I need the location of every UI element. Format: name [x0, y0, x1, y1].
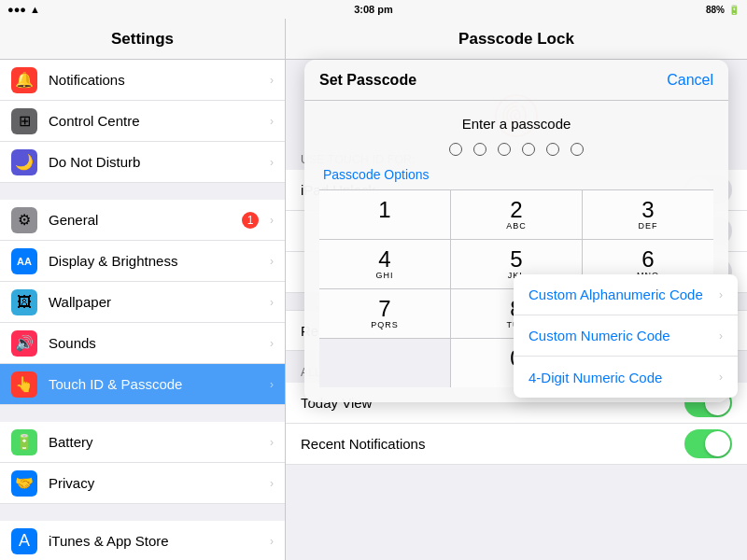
recent-notifications-row: Recent Notifications	[286, 424, 747, 465]
passcode-dot-2	[473, 143, 486, 156]
dropdown-alphanumeric-label: Custom Alphanumeric Code	[529, 287, 703, 302]
wifi-icon: ▲	[30, 4, 40, 15]
sidebar-title: Settings	[111, 30, 174, 49]
key-digit-6: 6	[641, 248, 654, 271]
status-bar: ●●● ▲ 3:08 pm 88% 🔋	[0, 0, 747, 19]
sidebar: Settings 🔔 Notifications › ⊞ Control Cen…	[0, 19, 286, 560]
wallpaper-label: Wallpaper	[49, 294, 259, 310]
sidebar-item-display[interactable]: AA Display & Brightness ›	[0, 241, 285, 282]
chevron-icon: ›	[270, 74, 274, 87]
sidebar-item-itunes[interactable]: A iTunes & App Store ›	[0, 521, 285, 560]
dialog-header: Set Passcode Cancel	[304, 60, 728, 101]
options-dropdown: Custom Alphanumeric Code › Custom Numeri…	[514, 274, 738, 398]
notifications-icon: 🔔	[11, 67, 37, 93]
numpad-key-2[interactable]: 2 ABC	[451, 190, 582, 239]
control-centre-label: Control Centre	[49, 113, 259, 129]
passcode-dot-5	[546, 143, 559, 156]
passcode-dot-6	[571, 143, 584, 156]
do-not-disturb-icon: 🌙	[11, 149, 37, 175]
sidebar-item-touch-id[interactable]: 👆 Touch ID & Passcode ›	[0, 364, 285, 405]
battery-label: Battery	[49, 434, 259, 450]
dropdown-4digit-label: 4-Digit Numeric Code	[529, 370, 662, 385]
key-digit-1: 1	[378, 199, 390, 221]
numpad-key-empty	[319, 339, 450, 387]
passcode-dot-1	[449, 143, 462, 156]
chevron-icon: ›	[270, 156, 274, 169]
wallpaper-icon: 🖼	[11, 289, 37, 315]
sounds-label: Sounds	[49, 335, 259, 351]
sidebar-item-privacy[interactable]: 🤝 Privacy ›	[0, 463, 285, 504]
dialog-cancel-button[interactable]: Cancel	[667, 72, 713, 89]
passcode-dots	[449, 143, 584, 156]
sidebar-item-control-centre[interactable]: ⊞ Control Centre ›	[0, 101, 285, 142]
chevron-icon: ›	[270, 337, 274, 350]
sidebar-item-sounds[interactable]: 🔊 Sounds ›	[0, 323, 285, 364]
itunes-label: iTunes & App Store	[49, 533, 259, 549]
notifications-label: Notifications	[49, 72, 259, 88]
recent-notifications-label: Recent Notifications	[301, 436, 684, 452]
sidebar-gap	[0, 405, 285, 422]
general-label: General	[49, 212, 231, 228]
right-header: Passcode Lock	[286, 19, 747, 60]
key-digit-5: 5	[510, 248, 522, 271]
chevron-icon: ›	[270, 115, 274, 128]
privacy-label: Privacy	[49, 475, 259, 491]
numpad-key-3[interactable]: 3 DEF	[583, 190, 713, 239]
battery-icon: 🔋	[728, 5, 740, 15]
recent-notifications-toggle[interactable]	[684, 429, 732, 458]
display-icon: AA	[11, 248, 37, 274]
chevron-icon: ›	[270, 255, 274, 268]
status-time: 3:08 pm	[354, 4, 393, 15]
general-icon: ⚙	[11, 207, 37, 233]
dropdown-chevron-1: ›	[719, 288, 723, 301]
sidebar-item-notifications[interactable]: 🔔 Notifications ›	[0, 60, 285, 101]
key-letters-2: ABC	[506, 221, 527, 231]
numpad-key-4[interactable]: 4 GHI	[319, 240, 450, 288]
dropdown-chevron-3: ›	[719, 371, 723, 384]
dropdown-item-numeric[interactable]: Custom Numeric Code ›	[514, 315, 738, 357]
key-letters-4: GHI	[375, 271, 393, 280]
sidebar-gap	[0, 504, 285, 521]
passcode-dot-4	[522, 143, 535, 156]
key-digit-2: 2	[510, 199, 522, 221]
right-title: Passcode Lock	[458, 30, 574, 49]
battery-text: 88%	[706, 5, 725, 15]
key-letters-7: PQRS	[371, 320, 399, 329]
privacy-icon: 🤝	[11, 470, 37, 497]
key-letters-3: DEF	[639, 221, 658, 231]
passcode-dialog: Set Passcode Cancel Enter a passcode Pas…	[304, 60, 728, 402]
sidebar-item-do-not-disturb[interactable]: 🌙 Do Not Disturb ›	[0, 142, 285, 183]
general-badge: 1	[242, 212, 259, 229]
chevron-icon: ›	[270, 436, 274, 449]
battery-icon: 🔋	[11, 429, 37, 455]
right-panel: Passcode Lock USE TOUCH ID FOR:	[286, 19, 747, 560]
main-layout: Settings 🔔 Notifications › ⊞ Control Cen…	[0, 19, 747, 560]
numpad-key-1[interactable]: 1	[319, 190, 450, 239]
chevron-icon: ›	[270, 378, 274, 391]
display-label: Display & Brightness	[49, 253, 259, 269]
dropdown-item-alphanumeric[interactable]: Custom Alphanumeric Code ›	[514, 274, 738, 315]
chevron-icon: ›	[270, 535, 274, 548]
chevron-icon: ›	[270, 214, 274, 227]
do-not-disturb-label: Do Not Disturb	[49, 154, 259, 170]
dropdown-chevron-2: ›	[719, 329, 723, 343]
sidebar-item-battery[interactable]: 🔋 Battery ›	[0, 422, 285, 463]
key-digit-4: 4	[378, 248, 390, 271]
key-digit-7: 7	[378, 298, 390, 320]
sidebar-item-wallpaper[interactable]: 🖼 Wallpaper ›	[0, 282, 285, 323]
sidebar-gap	[0, 183, 285, 200]
numpad-key-7[interactable]: 7 PQRS	[319, 289, 450, 338]
status-left: ●●● ▲	[7, 4, 40, 15]
sounds-icon: 🔊	[11, 330, 37, 357]
status-right: 88% 🔋	[706, 5, 740, 15]
sidebar-header: Settings	[0, 19, 285, 60]
dropdown-item-4digit[interactable]: 4-Digit Numeric Code ›	[514, 357, 738, 398]
dialog-prompt: Enter a passcode	[462, 116, 571, 132]
chevron-icon: ›	[270, 477, 274, 490]
passcode-options-button[interactable]: Passcode Options	[319, 167, 430, 182]
touch-id-label: Touch ID & Passcode	[49, 376, 259, 392]
signal-icon: ●●●	[7, 4, 26, 15]
control-centre-icon: ⊞	[11, 108, 37, 134]
chevron-icon: ›	[270, 296, 274, 309]
sidebar-item-general[interactable]: ⚙ General 1 ›	[0, 200, 285, 241]
